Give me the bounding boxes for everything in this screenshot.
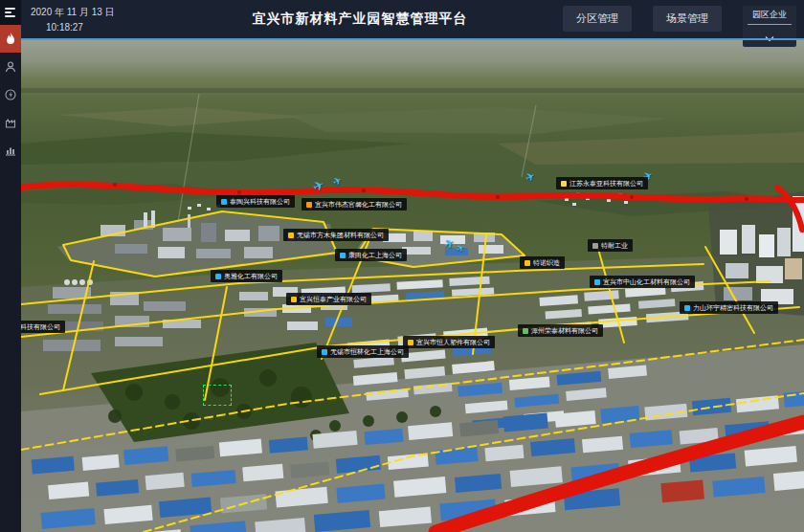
company-label[interactable]: 康田化工上海公司 (335, 249, 407, 261)
left-sidebar (0, 0, 21, 532)
company-label[interactable]: 特诺织造 (520, 256, 565, 269)
company-marker-icon (523, 328, 528, 334)
date-text: 2020 年 11 月 13 日 (31, 5, 115, 20)
datetime: 2020 年 11 月 13 日 10:18:27 (31, 5, 115, 34)
company-label[interactable]: 宜兴市中山化工材料有限公司 (590, 276, 695, 288)
company-label[interactable]: 无锡市恒林化工上海公司 (317, 345, 409, 358)
park-enterprise-dropdown-label: 园区企业 (748, 9, 792, 25)
sidebar-item-statistics[interactable] (0, 136, 21, 164)
company-label[interactable]: 奥雅化工有限公司 (211, 270, 282, 282)
company-marker-icon (215, 274, 221, 279)
company-marker-icon (340, 253, 346, 258)
sidebar-item-energy[interactable] (0, 80, 21, 108)
page-title: 宜兴市新材料产业园智慧管理平台 (136, 11, 584, 28)
company-label-text: 无锡市恒林化工上海公司 (330, 348, 404, 355)
map-overlay: 泰陶兴科技有限公司宜兴市伟杰官馨化工有限公司江苏永泰亚科技有限公司无锡市方木集团… (21, 40, 804, 532)
selection-box (203, 385, 232, 406)
company-marker-icon (288, 233, 294, 238)
company-label-text: 江苏永泰亚科技有限公司 (570, 180, 643, 187)
aircraft-model[interactable]: ✈ (455, 243, 466, 255)
top-bar: 2020 年 11 月 13 日 10:18:27 宜兴市新材料产业园智慧管理平… (21, 0, 804, 38)
company-label[interactable]: 特耐工业 (588, 239, 633, 252)
company-label-text: 特耐工业 (601, 242, 628, 249)
aircraft-model[interactable]: ✈ (310, 177, 326, 194)
chevron-down-icon (765, 28, 774, 45)
company-label-text: 宜兴市恒人塑件有限公司 (416, 339, 490, 345)
company-label[interactable]: 宜兴市恒人塑件有限公司 (403, 336, 495, 348)
company-label[interactable]: 宜兴市恒方科技有限公司 (21, 321, 65, 333)
sidebar-item-fire-monitor[interactable] (0, 25, 21, 53)
company-marker-icon (306, 202, 312, 208)
company-label-text: 力山环宇精密科技有限公司 (693, 304, 773, 311)
power-icon (5, 89, 16, 100)
company-marker-icon (525, 260, 530, 266)
map-3d-view[interactable]: 泰陶兴科技有限公司宜兴市伟杰官馨化工有限公司江苏永泰亚科技有限公司无锡市方木集团… (21, 40, 804, 532)
company-label-text: 无锡市方木集团材料有限公司 (297, 232, 384, 238)
company-label-text: 特诺织造 (533, 259, 560, 266)
company-marker-icon (291, 297, 297, 302)
company-label-text: 宜兴市恒方科技有限公司 (21, 323, 60, 330)
company-marker-icon (592, 243, 598, 249)
company-label-text: 泰陶兴科技有限公司 (230, 198, 290, 205)
company-marker-icon (221, 199, 227, 205)
aircraft-model[interactable]: ✈ (442, 235, 458, 252)
company-label-text: 奥雅化工有限公司 (224, 273, 278, 279)
scene-management-button[interactable]: 场景管理 (653, 6, 722, 32)
time-text: 10:18:27 (46, 20, 115, 35)
sidebar-item-personnel[interactable] (0, 53, 21, 80)
company-label[interactable]: 力山环宇精密科技有限公司 (680, 301, 778, 314)
flame-icon (5, 33, 16, 46)
company-label-text: 宜兴市伟杰官馨化工有限公司 (315, 201, 402, 208)
sidebar-item-enterprise[interactable] (0, 108, 21, 136)
company-label[interactable]: 无锡市方木集团材料有限公司 (283, 229, 389, 241)
company-label[interactable]: 泰陶兴科技有限公司 (216, 195, 295, 208)
aircraft-model[interactable]: ✈ (524, 169, 538, 184)
company-label-text: 宜兴市中山化工材料有限公司 (603, 278, 690, 285)
company-label[interactable]: 潭州荣泰材料有限公司 (518, 324, 603, 337)
header-divider (21, 38, 804, 40)
aircraft-model[interactable]: ✈ (331, 174, 344, 188)
company-label-text: 潭州荣泰材料有限公司 (531, 327, 598, 334)
company-label-text: 康田化工上海公司 (348, 252, 402, 258)
company-marker-icon (594, 279, 600, 285)
company-label[interactable]: 江苏永泰亚科技有限公司 (556, 177, 648, 189)
header-actions: 分区管理 场景管理 园区企业 (563, 6, 796, 47)
company-marker-icon (408, 340, 413, 345)
bar-chart-icon (5, 144, 16, 156)
zone-management-button[interactable]: 分区管理 (563, 6, 632, 32)
person-icon (5, 61, 16, 73)
company-marker-icon (561, 181, 567, 187)
factory-icon (5, 117, 16, 128)
park-enterprise-dropdown[interactable]: 园区企业 (743, 6, 796, 47)
company-marker-icon (684, 305, 690, 311)
hamburger-icon[interactable] (0, 0, 21, 25)
company-label[interactable]: 宜兴恒泰产业有限公司 (286, 293, 371, 305)
company-label-text: 宜兴恒泰产业有限公司 (300, 296, 367, 302)
company-label[interactable]: 宜兴市伟杰官馨化工有限公司 (302, 198, 407, 211)
company-marker-icon (322, 349, 327, 355)
